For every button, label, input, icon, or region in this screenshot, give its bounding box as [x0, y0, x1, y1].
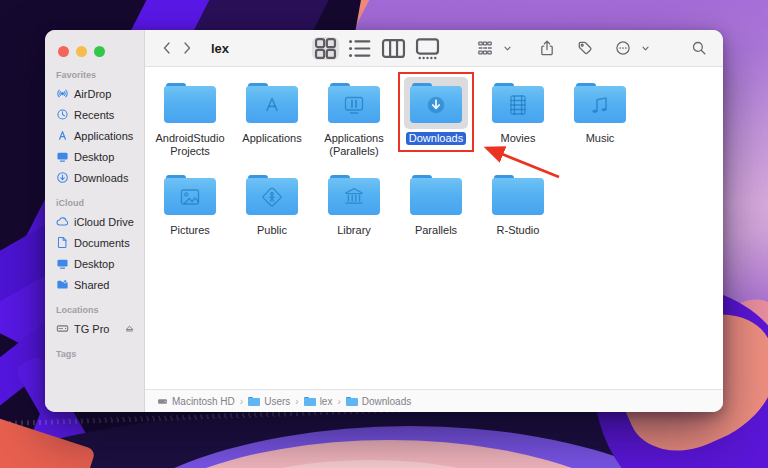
path-item-users[interactable]: Users: [248, 396, 290, 407]
folder-label: Parallels: [412, 224, 460, 237]
path-item-macintosh-hd[interactable]: Macintosh HD: [157, 396, 235, 407]
sidebar-item-label: Recents: [74, 109, 114, 121]
sidebar-item-label: Documents: [74, 237, 130, 249]
path-item-label: lex: [320, 396, 333, 407]
sidebar-section-tags: Tags: [45, 349, 144, 359]
view-mode-switcher: [312, 37, 441, 60]
sidebar-item-desktop[interactable]: Desktop: [45, 253, 144, 274]
folder-label: Applications (Parallels): [313, 132, 395, 159]
folder-icon: [322, 77, 386, 129]
clock-icon: [56, 108, 69, 121]
folder-icon: [404, 77, 468, 129]
minimize-button[interactable]: [76, 46, 87, 57]
sidebar-section-title: iCloud: [45, 198, 144, 208]
folder-androidstudioprojects[interactable]: AndroidStudioProjects: [149, 77, 231, 165]
folder-label: Pictures: [167, 224, 213, 237]
hdd-icon: [157, 396, 168, 407]
sidebar-item-label: iCloud Drive: [74, 216, 134, 228]
folder-movies[interactable]: Movies: [477, 77, 559, 165]
folder-label: Movies: [498, 132, 539, 145]
path-item-downloads[interactable]: Downloads: [346, 396, 411, 407]
plain-folder-icon: [178, 93, 202, 117]
folder-label: Downloads: [406, 132, 466, 145]
tag-icon: [575, 38, 595, 58]
finder-window: FavoritesAirDropRecentsApplicationsDeskt…: [45, 30, 723, 412]
sidebar-item-label: Downloads: [74, 172, 128, 184]
folder-public[interactable]: Public: [231, 169, 313, 257]
path-item-lex[interactable]: lex: [304, 396, 333, 407]
group-button[interactable]: [475, 38, 517, 58]
zoom-button[interactable]: [94, 46, 105, 57]
appstore-glyph-icon: [260, 93, 284, 117]
appstore-icon: [56, 129, 69, 142]
tags-button[interactable]: [575, 38, 595, 58]
monitor-icon: [56, 257, 69, 270]
pictures-glyph-icon: [178, 185, 202, 209]
folder-applications-parallels-[interactable]: Applications (Parallels): [313, 77, 395, 165]
back-button[interactable]: [157, 38, 177, 58]
sidebar-item-applications[interactable]: Applications: [45, 125, 144, 146]
sidebar-section-title: Tags: [45, 349, 144, 359]
folder-label: Library: [334, 224, 374, 237]
folder-pictures[interactable]: Pictures: [149, 169, 231, 257]
sidebar-section-icloud: iCloudiCloud DriveDocumentsDesktopShared: [45, 198, 144, 295]
folder-library[interactable]: Library: [313, 169, 395, 257]
sidebar-item-downloads[interactable]: Downloads: [45, 167, 144, 188]
folder-icon: [240, 169, 304, 221]
toolbar: lex: [145, 30, 723, 67]
search-button[interactable]: [689, 38, 709, 58]
sidebar-item-documents[interactable]: Documents: [45, 232, 144, 253]
download-glyph-icon: [424, 93, 448, 117]
sidebar-item-tg-pro[interactable]: TG Pro: [45, 318, 144, 339]
sidebar-item-icloud-drive[interactable]: iCloud Drive: [45, 211, 144, 232]
sidebar-item-label: Shared: [74, 279, 109, 291]
folder-icon: [568, 77, 632, 129]
sidebar-item-desktop[interactable]: Desktop: [45, 146, 144, 167]
sidebar-section-title: Locations: [45, 305, 144, 315]
eject-icon[interactable]: [124, 323, 135, 334]
folder-icon: [486, 77, 550, 129]
chevron-down-icon: [635, 38, 655, 58]
drive-icon: [56, 322, 69, 335]
window-title: lex: [211, 41, 229, 56]
sidebar-item-recents[interactable]: Recents: [45, 104, 144, 125]
group-icon: [475, 38, 495, 58]
folder-applications[interactable]: Applications: [231, 77, 313, 165]
path-item-label: Downloads: [362, 396, 411, 407]
folder-music[interactable]: Music: [559, 77, 641, 165]
sidebar-section-locations: LocationsTG Pro: [45, 305, 144, 339]
folder-content-area: AndroidStudioProjectsApplicationsApplica…: [145, 67, 723, 389]
share-icon: [537, 38, 557, 58]
plain-folder-icon: [506, 185, 530, 209]
more-button[interactable]: [613, 38, 655, 58]
icon-view-button[interactable]: [312, 37, 339, 60]
path-bar: Macintosh HD›Users›lex›Downloads: [145, 389, 723, 412]
forward-button[interactable]: [177, 38, 197, 58]
parallels-glyph-icon: [342, 93, 366, 117]
close-button[interactable]: [58, 46, 69, 57]
folder-label: AndroidStudioProjects: [149, 132, 231, 159]
path-separator: ›: [240, 396, 243, 407]
column-view-button[interactable]: [380, 37, 407, 60]
downcircle-icon: [56, 171, 69, 184]
music-glyph-icon: [588, 93, 612, 117]
monitor-icon: [56, 150, 69, 163]
search-icon: [689, 38, 709, 58]
chevron-down-icon: [497, 38, 517, 58]
folder-downloads[interactable]: Downloads: [395, 77, 477, 165]
folder-icon: [158, 169, 222, 221]
sharedfolder-icon: [56, 278, 69, 291]
airdrop-icon: [56, 87, 69, 100]
sidebar-item-airdrop[interactable]: AirDrop: [45, 83, 144, 104]
folder-label: Public: [254, 224, 290, 237]
plain-folder-icon: [424, 185, 448, 209]
folder-parallels[interactable]: Parallels: [395, 169, 477, 257]
ellipsis-circle-icon: [613, 38, 633, 58]
folder-r-studio[interactable]: R-Studio: [477, 169, 559, 257]
sidebar-item-label: TG Pro: [74, 323, 109, 335]
share-button[interactable]: [537, 38, 557, 58]
sidebar-item-shared[interactable]: Shared: [45, 274, 144, 295]
gallery-view-button[interactable]: [414, 37, 441, 60]
list-view-button[interactable]: [346, 37, 373, 60]
path-separator: ›: [337, 396, 340, 407]
